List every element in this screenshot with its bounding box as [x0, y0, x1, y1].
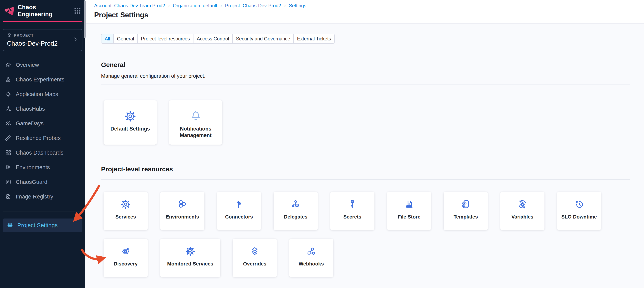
sidebar-item-chaoshubs[interactable]: ChaosHubs — [0, 101, 85, 116]
breadcrumb-separator: › — [168, 3, 170, 9]
breadcrumb: Account: Chaos Dev Team Prod2 › Organiza… — [94, 3, 644, 9]
card-label: Services — [113, 214, 138, 220]
sidebar-item-chaos-dashboards[interactable]: Chaos Dashboards — [0, 145, 85, 160]
tab-all[interactable]: All — [102, 34, 113, 43]
card-label: File Store — [396, 214, 423, 220]
card-label: Webhooks — [296, 261, 326, 267]
hexagons-icon — [177, 199, 188, 210]
section-divider — [101, 84, 630, 85]
card-label: Connectors — [223, 214, 255, 220]
card-secrets[interactable]: Secrets — [330, 192, 374, 230]
module-accent-underline — [3, 21, 82, 22]
document-tray-icon — [404, 199, 414, 210]
gear-icon — [120, 199, 131, 210]
tab-general[interactable]: General — [113, 34, 137, 43]
cube-icon — [7, 33, 12, 38]
card-label: Secrets — [341, 214, 364, 220]
gear-check-icon — [185, 246, 196, 257]
chevron-right-icon — [72, 37, 78, 43]
tab-project-level-resources[interactable]: Project-level resources — [137, 34, 193, 43]
general-section-heading: General — [101, 61, 632, 69]
card-label: Delegates — [282, 214, 310, 220]
module-grid-icon[interactable] — [74, 7, 81, 15]
gear-sync-icon — [517, 199, 528, 210]
gear-icon — [124, 110, 136, 123]
hierarchy-icon — [290, 199, 301, 210]
card-label: Monitored Services — [165, 261, 216, 267]
sidebar-item-label: Environments — [16, 164, 50, 171]
breadcrumb-separator: › — [220, 3, 222, 9]
breadcrumb-organization-link[interactable]: Organization: default — [173, 3, 217, 9]
card-slo-downtime[interactable]: SLO Downtime — [557, 192, 601, 230]
breadcrumb-project-link[interactable]: Project: Chaos-Dev-Prod2 — [225, 3, 281, 9]
main-area: Account: Chaos Dev Team Prod2 › Organiza… — [85, 0, 644, 288]
hexagon-gear-icon — [120, 246, 131, 257]
tab-security-and-governance[interactable]: Security and Governance — [232, 34, 293, 43]
template-pages-icon — [460, 199, 471, 210]
project-selector-label: PROJECT — [14, 33, 34, 38]
sidebar-item-chaosguard[interactable]: ChaosGuard — [0, 175, 85, 189]
card-connectors[interactable]: Connectors — [217, 192, 261, 230]
sidebar-item-environments[interactable]: Environments — [0, 160, 85, 175]
card-variables[interactable]: Variables — [500, 192, 544, 230]
sidebar-item-label: Image Registry — [16, 194, 53, 200]
project-selector[interactable]: PROJECT Chaos-Dev-Prod2 — [3, 29, 82, 51]
card-templates[interactable]: Templates — [444, 192, 488, 230]
card-label: Environments — [163, 214, 201, 220]
card-discovery[interactable]: Discovery — [104, 239, 148, 277]
project-selector-text: PROJECT Chaos-Dev-Prod2 — [7, 33, 72, 47]
webhook-icon — [306, 246, 317, 257]
sidebar-item-resilience-probes[interactable]: Resilience Probes — [0, 131, 85, 145]
sidebar-item-label: Chaos Dashboards — [16, 150, 64, 156]
page-header: Account: Chaos Dev Team Prod2 › Organiza… — [85, 0, 644, 24]
chaos-engineering-project-settings-screen: Chaos Engineering — [0, 0, 644, 288]
sidebar-item-overview[interactable]: Overview — [0, 58, 85, 72]
card-environments[interactable]: Environments — [160, 192, 204, 230]
card-services[interactable]: Services — [104, 192, 148, 230]
settings-filter-tabs: All General Project-level resources Acce… — [101, 34, 335, 44]
sidebar-item-project-settings[interactable]: Project Settings — [3, 218, 82, 232]
sidebar-item-label: Project Settings — [17, 222, 58, 228]
card-file-store[interactable]: File Store — [387, 192, 431, 230]
harness-chaos-logo-icon — [3, 5, 14, 16]
key-icon — [347, 199, 358, 210]
sidebar-item-label: Chaos Experiments — [16, 76, 64, 83]
card-monitored-services[interactable]: Monitored Services — [160, 239, 220, 277]
general-section-description: Manage general configuration of your pro… — [101, 73, 632, 79]
resources-cards-row-1: Services Environments — [104, 192, 632, 230]
section-divider — [101, 179, 630, 180]
tab-external-tickets[interactable]: External Tickets — [293, 34, 334, 43]
layers-icon — [249, 246, 260, 257]
bell-icon — [190, 110, 202, 123]
sidebar-item-label: ChaosHubs — [16, 106, 45, 112]
breadcrumb-separator: › — [284, 3, 286, 9]
breadcrumb-settings-link[interactable]: Settings — [289, 3, 306, 9]
sidebar-item-label: Application Maps — [16, 91, 58, 97]
clock-pin-icon — [574, 199, 585, 210]
card-label: Templates — [451, 214, 480, 220]
card-notifications-management[interactable]: Notifications Management — [169, 100, 222, 145]
sidebar-item-chaos-experiments[interactable]: Chaos Experiments — [0, 72, 85, 87]
sidebar-header: Chaos Engineering — [0, 0, 85, 18]
sidebar-nav: Overview Chaos Experiments Application M… — [0, 58, 85, 204]
sidebar-item-application-maps[interactable]: Application Maps — [0, 87, 85, 101]
resources-cards-row-2: Discovery — [104, 239, 632, 277]
sidebar: Chaos Engineering — [0, 0, 85, 288]
card-label: Overrides — [241, 261, 268, 267]
resources-section-heading: Project-level resources — [101, 165, 632, 173]
sidebar-item-gamedays[interactable]: GameDays — [0, 116, 85, 131]
project-name: Chaos-Dev-Prod2 — [7, 40, 72, 47]
sidebar-item-label: Resilience Probes — [16, 135, 61, 141]
sidebar-item-label: ChaosGuard — [16, 179, 47, 185]
tab-access-control[interactable]: Access Control — [193, 34, 232, 43]
card-default-settings[interactable]: Default Settings — [104, 100, 157, 145]
card-overrides[interactable]: Overrides — [233, 239, 277, 277]
module-title: Chaos Engineering — [18, 4, 70, 18]
card-delegates[interactable]: Delegates — [274, 192, 318, 230]
card-label: Discovery — [112, 261, 140, 267]
breadcrumb-account-link[interactable]: Account: Chaos Dev Team Prod2 — [94, 3, 165, 9]
sidebar-scrollbar-thumb[interactable] — [84, 1, 86, 38]
card-webhooks[interactable]: Webhooks — [289, 239, 333, 277]
sidebar-item-image-registry[interactable]: Image Registry — [0, 189, 85, 204]
general-cards-row: Default Settings Notifications Managemen… — [104, 100, 632, 145]
